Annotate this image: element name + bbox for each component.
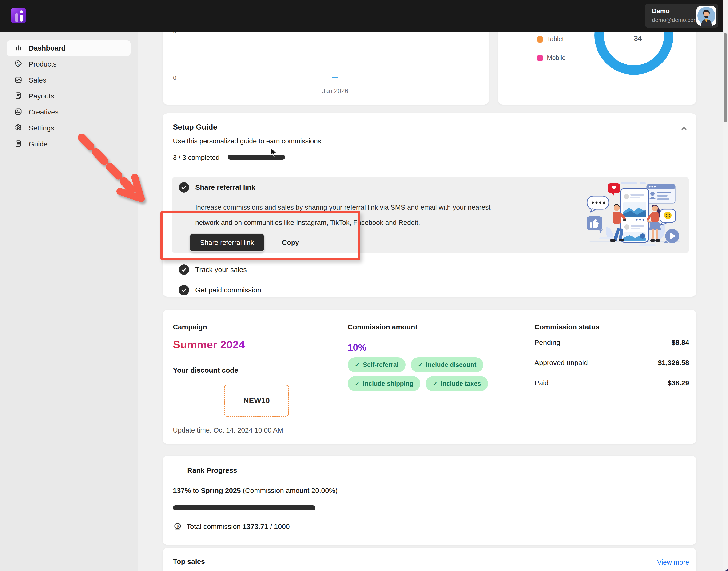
total-prefix: Total commission: [187, 523, 243, 530]
sidebar-item-label: Payouts: [29, 92, 54, 100]
status-value: $38.29: [667, 379, 689, 387]
rank-to: to: [191, 487, 201, 494]
status-row: Approved unpaid $1,326.58: [534, 359, 689, 369]
legend-label: Tablet: [547, 35, 564, 43]
sidebar-item[interactable]: Dashboard: [7, 40, 130, 56]
sidebar-item-label: Sales: [29, 76, 47, 84]
status-row: Paid $38.29: [534, 379, 689, 389]
status-row: Pending $8.84: [534, 339, 689, 349]
commission-amount-header: Commission amount: [348, 323, 418, 331]
user-name: Demo: [652, 8, 670, 15]
sidebar-item-icon: [14, 123, 22, 133]
commission-status-header: Commission status: [534, 323, 600, 331]
update-time: Update time: Oct 14, 2024 10:00 AM: [173, 427, 283, 434]
scrollbar-track[interactable]: [723, 0, 728, 571]
total-suffix: / 1000: [268, 523, 290, 530]
app-root: 5 0 Jan 2026 34 Tablet Mobile Setu: [0, 0, 728, 571]
rank-next: Spring 2025: [201, 487, 241, 494]
user-menu[interactable]: Demo demo@demo.com: [645, 4, 718, 28]
sidebar: Dashboard Products Sales Payouts: [0, 32, 138, 571]
check-circle-icon: [179, 285, 189, 295]
red-arrow-annotation: [68, 125, 162, 219]
svg-text:$: $: [177, 524, 179, 528]
donut-center-value: 34: [624, 34, 652, 43]
avatar: [697, 6, 716, 26]
share-step-header: Share referral link: [179, 182, 255, 193]
sidebar-item-icon: [14, 107, 22, 117]
avatar-image: [697, 6, 716, 26]
sidebar-item[interactable]: Payouts: [7, 88, 130, 104]
sidebar-item-icon: [14, 92, 22, 101]
check-icon: [433, 380, 438, 387]
app-logo-icon[interactable]: [11, 8, 26, 23]
check-icon: [355, 380, 360, 387]
setup-progress-label: 3 / 3 completed: [173, 154, 219, 161]
rank-percent: 137%: [173, 487, 191, 494]
top-bar: Demo demo@demo.com: [0, 0, 728, 32]
pill-label: Include discount: [426, 361, 476, 369]
rank-progress-line: 137% to Spring 2025 (Commission amount 2…: [173, 487, 338, 494]
commission-option-pill: Include discount: [411, 357, 483, 372]
view-more-link[interactable]: View more: [657, 559, 689, 566]
rank-progress-card: Rank Progress 137% to Spring 2025 (Commi…: [163, 456, 696, 545]
rank-progress-bar: [173, 505, 315, 510]
total-value: 1373.71: [243, 523, 268, 530]
share-step-title: Share referral link: [195, 183, 255, 191]
sidebar-item-label: Settings: [29, 124, 54, 132]
track-step-title: Track your sales: [195, 266, 247, 273]
chart-data-point: [332, 77, 338, 78]
legend-swatch: [538, 55, 543, 62]
rank-suffix: (Commission amount 20.00%): [241, 487, 338, 494]
legend-label: Mobile: [547, 54, 566, 62]
logo-dot: [20, 10, 23, 13]
status-label: Approved unpaid: [534, 359, 588, 367]
sidebar-item-icon: [14, 60, 22, 69]
commission-option-pill: Include taxes: [426, 376, 488, 391]
column-divider: [525, 310, 526, 444]
status-label: Pending: [534, 339, 560, 346]
status-value: $1,326.58: [658, 359, 689, 367]
chevron-up-icon[interactable]: [679, 124, 689, 133]
user-email: demo@demo.com: [652, 17, 698, 23]
commission-option-pill: Self-referral: [348, 357, 405, 372]
setup-guide-subtitle: Use this personalized guide to earn comm…: [173, 137, 321, 145]
paid-step-title: Get paid commission: [195, 286, 261, 294]
sidebar-item-label: Creatives: [29, 108, 59, 116]
pill-label: Self-referral: [363, 361, 399, 369]
track-step-row: Track your sales: [179, 264, 247, 275]
sidebar-item[interactable]: Sales: [7, 73, 130, 88]
status-label: Paid: [534, 379, 549, 387]
sidebar-item-icon: [14, 139, 22, 149]
pill-label: Include shipping: [363, 380, 414, 387]
commission-option-pill: Include shipping: [348, 376, 420, 391]
commission-amount-value: 10%: [348, 342, 366, 353]
check-icon: [418, 361, 423, 369]
rank-progress-title: Rank Progress: [187, 466, 237, 474]
total-commission-text: Total commission 1373.71 / 1000: [187, 523, 290, 531]
top-sales-card: Top sales View more Highest sales earn b…: [163, 548, 696, 571]
sidebar-item[interactable]: Creatives: [7, 104, 130, 120]
sidebar-item-label: Dashboard: [29, 44, 66, 52]
campaign-card: Campaign Summer 2024 Your discount code …: [163, 310, 696, 444]
paid-step-row: Get paid commission: [179, 285, 261, 295]
legend-swatch: [538, 36, 543, 42]
mouse-cursor: [269, 148, 278, 157]
check-circle-icon: [179, 264, 189, 275]
sidebar-item-icon: [14, 76, 22, 85]
campaign-header: Campaign: [173, 323, 207, 331]
setup-guide-title: Setup Guide: [173, 123, 217, 131]
check-icon: [355, 361, 360, 369]
check-circle-icon: [179, 182, 189, 193]
pill-label: Include taxes: [441, 380, 481, 387]
chart-gridline: [183, 78, 479, 78]
y-tick-zero: 0: [173, 75, 176, 81]
discount-code-box[interactable]: NEW10: [224, 384, 289, 417]
social-sharing-illustration: [585, 182, 684, 248]
x-axis-label: Jan 2026: [312, 88, 359, 95]
sidebar-item[interactable]: Products: [7, 56, 130, 72]
scrollbar-thumb[interactable]: [724, 33, 727, 122]
logo-bar: [20, 15, 23, 22]
sidebar-item-icon: [14, 43, 22, 53]
discount-code-label: Your discount code: [173, 366, 238, 374]
coin-dollar-icon: $: [173, 522, 182, 531]
